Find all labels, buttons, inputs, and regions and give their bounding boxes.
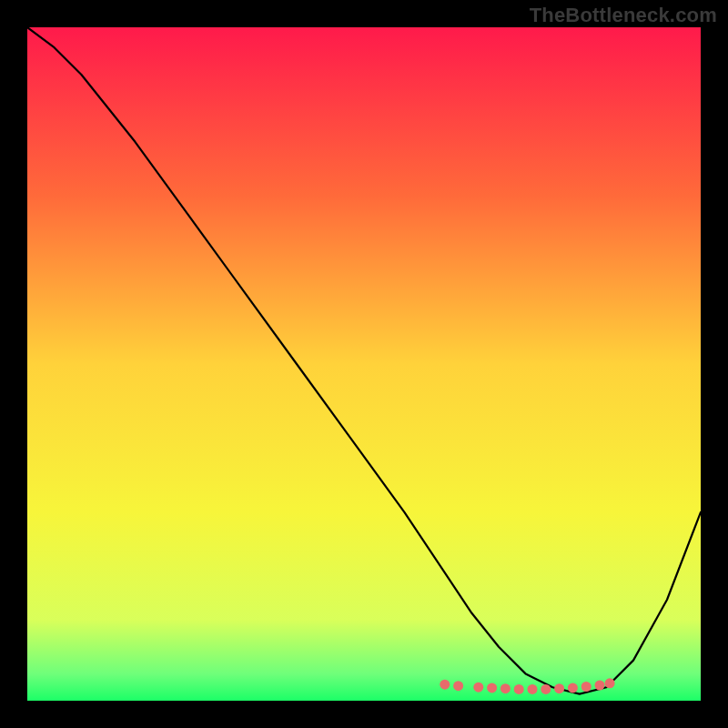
marker-dot (568, 682, 578, 693)
marker-dot (514, 684, 524, 694)
marker-dot (487, 682, 497, 693)
marker-dot (473, 682, 483, 693)
marker-dot (541, 684, 551, 694)
marker-dot (595, 681, 605, 691)
watermark-text: TheBottleneck.com (530, 4, 717, 27)
marker-dot (453, 681, 463, 691)
chart-frame: TheBottleneck.com (0, 0, 728, 728)
marker-dot (554, 683, 564, 693)
marker-dot (500, 683, 511, 693)
plot-svg (27, 27, 701, 701)
marker-dot (581, 682, 592, 692)
heatmap-plot (27, 27, 701, 701)
gradient-background (27, 27, 701, 701)
marker-dot (440, 680, 450, 690)
marker-dot (528, 684, 538, 694)
marker-dot (605, 678, 615, 688)
